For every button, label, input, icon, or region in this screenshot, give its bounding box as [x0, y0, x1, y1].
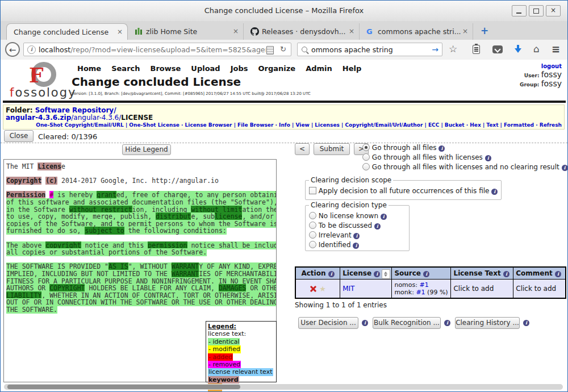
bookmarks-menu-icon[interactable]	[473, 45, 480, 54]
info-icon[interactable]: i	[555, 271, 561, 277]
info-icon[interactable]: i	[491, 189, 498, 195]
logout-link[interactable]: logout	[541, 63, 562, 69]
nomos-ref-link[interactable]: #1	[420, 281, 429, 289]
tab-close-icon[interactable]: ×	[117, 28, 123, 36]
radio-identified[interactable]: Identified i	[309, 241, 406, 249]
tab-change-concluded-license[interactable]: Change concluded License ×	[6, 23, 128, 40]
tab-close-icon[interactable]: ×	[233, 27, 239, 35]
view-link[interactable]: Text	[486, 122, 498, 128]
info-icon[interactable]: i	[438, 145, 445, 152]
home-icon[interactable]: ⌂	[533, 43, 540, 55]
view-link[interactable]: ECC	[428, 122, 439, 128]
info-icon[interactable]: i	[485, 155, 491, 161]
tab-close-icon[interactable]: ×	[462, 27, 468, 35]
menu-item-admin[interactable]: Admin	[306, 64, 332, 73]
delete-license-icon[interactable]	[310, 285, 317, 293]
close-button[interactable]: Close	[4, 130, 34, 142]
view-link[interactable]: View	[295, 122, 309, 128]
view-link[interactable]: Bucket	[445, 122, 465, 128]
path-mid-link[interactable]: /angular-4.3.6/	[71, 114, 121, 122]
header-license-text[interactable]: License Text i	[451, 267, 513, 280]
view-link[interactable]: One-Shot Copyright/Email/URL	[36, 122, 124, 128]
user-decision-button[interactable]: User Decision ...	[298, 317, 358, 329]
sort-icon[interactable]	[382, 269, 390, 279]
horizontal-scrollbar[interactable]	[4, 384, 563, 390]
header-license[interactable]: License i	[340, 267, 392, 280]
header-source[interactable]: Source i	[392, 267, 451, 280]
close-window-button[interactable]: ×	[546, 5, 561, 16]
header-action[interactable]: Action i	[295, 267, 340, 280]
tab-zlib-home[interactable]: zlib Home Site ×	[130, 23, 244, 40]
menu-item-browse[interactable]: Browse	[151, 64, 181, 73]
radio-icon[interactable]	[309, 222, 316, 229]
clearing-history-button[interactable]: Clearing History ...	[455, 317, 520, 329]
url-bar[interactable]: i localhost/repo/?mod=view-license&uploa…	[23, 43, 291, 56]
url-text[interactable]: localhost/repo/?mod=view-license&upload=…	[39, 45, 266, 54]
radio-irrelevant[interactable]: Irrelevant i	[309, 231, 406, 239]
reader-mode-icon[interactable]	[266, 46, 274, 55]
radio-icon[interactable]	[309, 241, 316, 248]
menu-item-home[interactable]: Home	[77, 64, 101, 73]
tab-github-releases[interactable]: Releases · denysdovh... ×	[246, 23, 360, 40]
hide-legend-button[interactable]: Hide Legend	[122, 144, 171, 155]
radio-go-through-files-no-clearing[interactable]: Go through all files with licenses and n…	[362, 163, 568, 171]
prev-file-button[interactable]: <	[295, 143, 310, 155]
search-bar[interactable]: ommons apache string →	[297, 43, 442, 56]
star-icon[interactable]: ★	[319, 285, 326, 293]
fossology-logo[interactable]: F fossology	[9, 62, 72, 102]
radio-icon[interactable]	[309, 212, 316, 219]
radio-go-through-files-with-licenses[interactable]: Go through all files with licenses i	[362, 153, 491, 161]
apply-future-checkbox[interactable]	[309, 187, 316, 194]
menu-item-organize[interactable]: Organize	[258, 64, 295, 73]
view-link[interactable]: Info	[279, 122, 290, 128]
view-link[interactable]: File Browser	[237, 122, 273, 128]
tab-close-icon[interactable]: ×	[349, 27, 354, 35]
menu-item-help[interactable]: Help	[343, 64, 361, 73]
license-link[interactable]: MIT	[343, 285, 354, 293]
info-icon[interactable]: i	[328, 271, 335, 277]
menu-item-jobs[interactable]: Jobs	[231, 64, 248, 73]
view-link[interactable]: One-Shot License	[129, 122, 179, 128]
view-link[interactable]: Hex	[470, 122, 481, 128]
menu-item-upload[interactable]: Upload	[191, 64, 220, 73]
search-input[interactable]: ommons apache string	[311, 45, 393, 54]
submit-button[interactable]: Submit	[314, 143, 350, 155]
header-comment[interactable]: Comment i	[513, 267, 566, 280]
radio-to-be-discussed[interactable]: To be discussed i	[309, 222, 406, 230]
downloads-icon[interactable]	[515, 45, 521, 53]
info-icon[interactable]: i	[353, 243, 359, 249]
view-link[interactable]: Formatted	[504, 122, 534, 128]
radio-icon[interactable]	[362, 144, 370, 151]
folder-link[interactable]: Software Repository/	[35, 106, 116, 114]
info-icon[interactable]: i	[353, 233, 360, 239]
info-icon[interactable]: i	[374, 271, 380, 277]
cell-license-text[interactable]: Click to add	[451, 280, 513, 299]
info-icon[interactable]: i	[381, 214, 387, 220]
search-go-icon[interactable]: →	[432, 45, 438, 54]
bulk-recognition-button[interactable]: Bulk Recognition ...	[373, 317, 441, 329]
menu-item-search[interactable]: Search	[111, 64, 140, 73]
tab-google-search[interactable]: G commons apache stri... ×	[362, 23, 473, 40]
radio-icon[interactable]	[362, 153, 370, 161]
info-icon[interactable]: i	[362, 320, 368, 326]
new-tab-button[interactable]: +	[481, 27, 488, 35]
site-info-icon[interactable]: i	[27, 45, 36, 54]
view-link[interactable]: Licenses	[315, 122, 339, 128]
maximize-button[interactable]	[529, 5, 544, 16]
scrollbar-thumb[interactable]	[7, 385, 240, 389]
radio-go-through-all-files[interactable]: Go through all files i	[362, 144, 445, 152]
view-link[interactable]: Refresh	[540, 122, 562, 128]
radio-icon[interactable]	[362, 163, 370, 170]
view-link[interactable]: Copyright/Email/Url/Author	[345, 122, 423, 128]
pocket-icon[interactable]	[492, 45, 503, 53]
reload-icon[interactable]: ↻	[280, 45, 286, 53]
bookmark-star-icon[interactable]: ☆	[449, 43, 457, 55]
radio-no-license-known[interactable]: No license known i	[309, 212, 406, 220]
info-icon[interactable]: i	[423, 271, 429, 277]
minimize-button[interactable]	[512, 5, 527, 16]
info-icon[interactable]: i	[374, 223, 381, 230]
view-link[interactable]: License Browser	[185, 122, 232, 128]
cell-comment[interactable]: Click to add	[513, 280, 566, 299]
info-icon[interactable]: i	[562, 165, 568, 171]
path-zip-link[interactable]: angular-4.3.6.zip	[6, 114, 71, 122]
